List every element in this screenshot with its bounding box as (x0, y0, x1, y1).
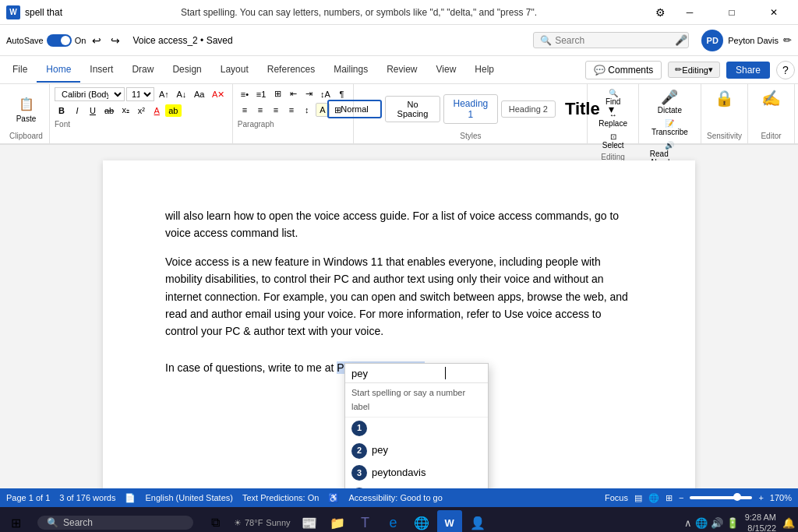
help-icon[interactable]: ? (776, 61, 795, 79)
tab-references[interactable]: References (258, 58, 324, 83)
align-center[interactable]: ≡ (253, 104, 267, 116)
transcribe-button[interactable]: 📝 Transcribe (645, 118, 694, 138)
dictate-button[interactable]: 🎤 Dictate (651, 87, 688, 116)
word-taskbar-icon[interactable]: W (437, 510, 462, 532)
bold-button[interactable]: B (55, 104, 69, 117)
status-bar-right: Focus ▤ 🌐 ⊞ − + 170% (605, 493, 792, 503)
shrink-icon[interactable]: A↓ (173, 88, 189, 100)
comments-button[interactable]: 💬 Comments (585, 61, 662, 79)
browser-icon[interactable]: 🌐 (409, 510, 434, 532)
autosave-toggle[interactable] (47, 34, 72, 47)
maximize-button[interactable]: □ (714, 0, 750, 25)
zoom-out-icon[interactable]: − (679, 493, 683, 502)
share-button[interactable]: Share (726, 62, 770, 79)
grow-icon[interactable]: A↑ (156, 88, 171, 100)
start-button[interactable]: ⊞ (3, 510, 28, 532)
minimize-button[interactable]: ─ (672, 0, 708, 25)
sensitivity-icon: 🔒 (715, 89, 734, 107)
close-button[interactable]: ✕ (756, 0, 792, 25)
tab-help[interactable]: Help (465, 58, 503, 83)
numbering-button[interactable]: ≡1 (253, 88, 269, 100)
bullets-button[interactable]: ≡• (238, 88, 252, 100)
chevron-up-icon[interactable]: ∧ (684, 517, 692, 529)
search-bar[interactable]: 🔍 🎤 (533, 32, 689, 48)
clear-format-icon[interactable]: A✕ (209, 88, 228, 101)
spell-input[interactable] (351, 368, 445, 379)
settings-icon[interactable]: ⚙ (655, 6, 666, 19)
autosave: AutoSave On (6, 34, 86, 47)
tab-home[interactable]: Home (37, 58, 80, 83)
explorer-icon[interactable]: 📁 (325, 510, 350, 532)
people-icon[interactable]: 👤 (465, 510, 490, 532)
font-size-select[interactable]: 11 (126, 87, 154, 101)
subscript-button[interactable]: x₂ (118, 104, 132, 117)
spell-badge-1: 1 (351, 421, 367, 436)
microphone-icon[interactable]: 🎤 (675, 34, 687, 46)
spell-item-1[interactable]: 1 (345, 417, 488, 439)
widgets-icon[interactable]: 📰 (297, 510, 322, 532)
search-input[interactable] (555, 35, 672, 46)
increase-indent[interactable]: ⇥ (302, 87, 316, 100)
style-no-spacing[interactable]: No Spacing (385, 96, 440, 122)
tab-layout[interactable]: Layout (211, 58, 258, 83)
ribbon-editor: ✍ Editor (748, 84, 795, 143)
accessibility-icon: ♿ (328, 493, 339, 503)
tab-review[interactable]: Review (377, 58, 426, 83)
underline-button[interactable]: U (86, 104, 100, 117)
strikethrough-button[interactable]: ab (101, 104, 117, 117)
redo-icon[interactable]: ↪ (108, 33, 123, 48)
zoom-level[interactable]: 170% (770, 493, 792, 502)
replace-button[interactable]: ↔ Replace (592, 109, 634, 129)
network-icon[interactable]: 🌐 (695, 517, 708, 529)
align-left[interactable]: ≡ (238, 104, 252, 116)
spell-item-3[interactable]: 3 peytondavis (345, 462, 488, 484)
tab-draw[interactable]: Draw (122, 58, 163, 83)
task-view-icon[interactable]: ⧉ (203, 510, 228, 532)
spell-item-4[interactable]: 4 "Show Keyboard" (345, 484, 488, 488)
battery-icon[interactable]: 🔋 (726, 517, 739, 529)
spell-item-2[interactable]: 2 pey (345, 439, 488, 462)
italic-button[interactable]: I (70, 104, 84, 117)
find-button[interactable]: 🔍 Find (592, 87, 634, 107)
spell-cursor (445, 367, 446, 379)
justify[interactable]: ≡ (284, 104, 298, 116)
edge-icon[interactable]: e (381, 510, 406, 532)
change-case-icon[interactable]: Aa (191, 88, 207, 100)
select-button[interactable]: ⊡ Select (592, 131, 634, 151)
taskbar-search[interactable]: 🔍 Search (37, 516, 193, 530)
line-spacing[interactable]: ↕ (300, 104, 314, 116)
sensitivity-button[interactable]: 🔒 (708, 87, 740, 130)
editing-dropdown[interactable]: ✏ Editing ▾ (668, 62, 720, 78)
editor-button[interactable]: ✍ (755, 87, 787, 130)
zoom-in-icon[interactable]: + (758, 493, 763, 502)
decrease-indent[interactable]: ⇤ (286, 87, 300, 100)
superscript-button[interactable]: x² (134, 104, 148, 117)
tab-insert[interactable]: Insert (80, 58, 122, 83)
view-normal-icon[interactable]: ▤ (634, 493, 642, 503)
tab-view[interactable]: View (427, 58, 466, 83)
focus-label[interactable]: Focus (605, 493, 628, 502)
volume-icon[interactable]: 🔊 (711, 517, 723, 529)
teams-icon[interactable]: T (353, 510, 378, 532)
zoom-slider[interactable] (690, 496, 752, 499)
user-avatar[interactable]: PD (701, 30, 723, 51)
undo-icon[interactable]: ↩ (89, 33, 104, 48)
tab-design[interactable]: Design (163, 58, 210, 83)
style-heading2[interactable]: Heading 2 (501, 100, 556, 118)
notifications-icon[interactable]: 🔔 (782, 517, 795, 529)
highlight-button[interactable]: ab (165, 104, 181, 117)
font-row2: B I U ab x₂ x² A ab (55, 104, 228, 117)
clock[interactable]: 9:28 AM 8/15/22 (745, 512, 776, 532)
font-name-select[interactable]: Calibri (Body) (55, 87, 125, 101)
paste-button[interactable]: 📋 Paste (12, 92, 41, 125)
text-color-button[interactable]: A (150, 104, 164, 117)
view-print-icon[interactable]: ⊞ (666, 493, 673, 503)
multilevel-button[interactable]: ⊞ (270, 87, 284, 100)
style-heading1[interactable]: Heading 1 (443, 94, 498, 124)
view-web-icon[interactable]: 🌐 (648, 493, 659, 503)
tab-mailings[interactable]: Mailings (324, 58, 377, 83)
tab-file[interactable]: File (3, 58, 37, 83)
date: 8/15/22 (745, 523, 776, 532)
style-normal[interactable]: Normal (327, 100, 382, 118)
align-right[interactable]: ≡ (269, 104, 283, 116)
